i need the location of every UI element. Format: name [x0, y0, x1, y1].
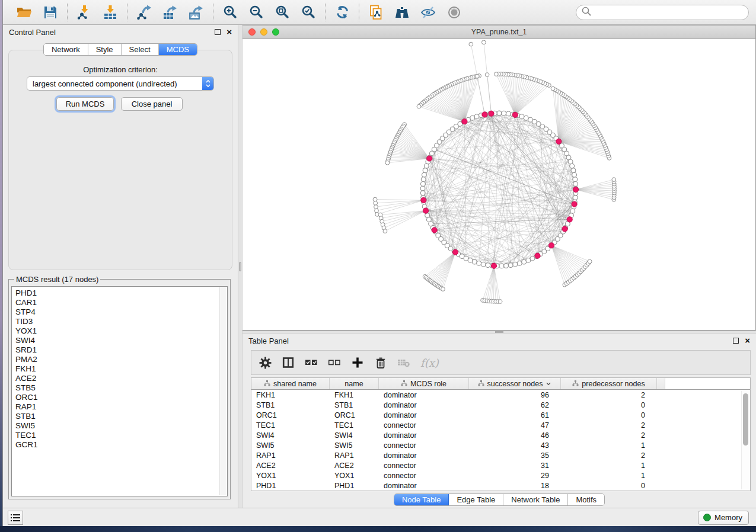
mcds-result-item[interactable]: PHD1 — [15, 289, 227, 298]
tab-style[interactable]: Style — [88, 44, 122, 55]
save-session-icon[interactable] — [42, 4, 59, 21]
zoom-out-icon[interactable] — [248, 4, 264, 21]
dominator-node[interactable] — [491, 263, 496, 268]
mcds-result-item[interactable]: GCR1 — [15, 440, 227, 450]
tab-network-table[interactable]: Network Table — [503, 494, 568, 505]
zoom-in-icon[interactable] — [222, 4, 238, 21]
dominator-node[interactable] — [482, 112, 487, 117]
satellite-node[interactable] — [495, 72, 499, 76]
select-all-rows-icon[interactable] — [305, 356, 318, 369]
dominator-node[interactable] — [427, 156, 432, 161]
ring-node[interactable] — [486, 263, 490, 268]
mcds-result-item[interactable]: STB5 — [15, 383, 227, 393]
column-header-shared-name[interactable]: shared name — [251, 378, 330, 389]
network-graph[interactable] — [243, 39, 755, 329]
add-column-icon[interactable] — [351, 356, 364, 369]
refresh-icon[interactable] — [334, 4, 350, 21]
dominator-node[interactable] — [462, 119, 467, 124]
ring-node[interactable] — [508, 263, 513, 268]
float-panel-icon[interactable] — [733, 338, 739, 344]
criterion-dropdown[interactable]: largest connected component (undirected) — [27, 76, 214, 91]
dominator-node[interactable] — [562, 226, 567, 232]
ring-node[interactable] — [506, 111, 511, 116]
table-row[interactable]: FKH1FKH1dominator962 — [251, 390, 750, 400]
find-binoculars-icon[interactable] — [394, 4, 410, 21]
zoom-selected-icon[interactable] — [300, 4, 317, 21]
ring-node[interactable] — [420, 186, 425, 191]
ring-node[interactable] — [528, 117, 533, 122]
column-header-name[interactable]: name — [330, 378, 379, 389]
ring-node[interactable] — [504, 264, 509, 268]
memory-button[interactable]: Memory — [698, 511, 749, 525]
table-options-gear-icon[interactable] — [259, 356, 272, 369]
table-row[interactable]: ACE2ACE2connector311 — [251, 460, 750, 470]
mcds-result-item[interactable]: CAR1 — [15, 298, 227, 307]
mcds-result-item[interactable]: STP4 — [15, 307, 227, 317]
network-canvas[interactable] — [243, 39, 755, 330]
dominator-node[interactable] — [421, 197, 426, 203]
tab-network[interactable]: Network — [44, 44, 88, 55]
satellite-node[interactable] — [385, 161, 390, 165]
ring-node[interactable] — [522, 259, 527, 264]
ring-node[interactable] — [472, 259, 477, 264]
dominator-node[interactable] — [535, 253, 540, 258]
ring-node[interactable] — [420, 191, 425, 196]
satellite-node[interactable] — [588, 259, 592, 264]
satellite-node[interactable] — [374, 205, 378, 209]
export-image-icon[interactable] — [188, 4, 205, 21]
ring-node[interactable] — [424, 164, 429, 168]
export-network-icon[interactable] — [136, 4, 152, 21]
ring-node[interactable] — [513, 262, 518, 267]
ring-node[interactable] — [477, 261, 481, 266]
mcds-result-item[interactable]: SWI4 — [15, 336, 227, 345]
vertical-splitter[interactable] — [238, 25, 243, 508]
splitter-handle[interactable] — [495, 331, 503, 333]
dominator-node[interactable] — [572, 201, 577, 207]
scrollbar-thumb[interactable] — [743, 393, 748, 446]
satellite-node[interactable] — [374, 201, 378, 206]
tab-node-table[interactable]: Node Table — [394, 494, 449, 505]
ring-node[interactable] — [573, 182, 578, 187]
column-header-mcds-role[interactable]: MCDS role — [379, 378, 469, 389]
table-row[interactable]: PHD1PHD1dominator180 — [251, 480, 750, 491]
close-panel-icon[interactable]: × — [745, 338, 750, 344]
mcds-result-item[interactable]: SWI5 — [15, 421, 227, 431]
satellite-node[interactable] — [482, 40, 486, 44]
table-row[interactable]: YOX1YOX1connector291 — [251, 470, 750, 480]
dominator-node[interactable] — [556, 139, 562, 144]
satellite-node[interactable] — [441, 287, 445, 291]
tab-edge-table[interactable]: Edge Table — [449, 494, 503, 505]
satellite-node[interactable] — [475, 74, 479, 78]
ring-node[interactable] — [502, 111, 506, 116]
open-file-icon[interactable] — [16, 4, 33, 21]
ring-node[interactable] — [423, 168, 428, 173]
mcds-result-item[interactable]: TEC1 — [15, 431, 227, 440]
task-history-button[interactable] — [8, 511, 23, 525]
ring-node[interactable] — [425, 213, 430, 218]
table-row[interactable]: SWI4SWI4dominator462 — [251, 430, 750, 440]
satellite-node[interactable] — [383, 229, 387, 233]
dominator-node[interactable] — [567, 217, 572, 222]
mcds-result-item[interactable]: TID3 — [15, 317, 227, 326]
search-box[interactable] — [576, 5, 749, 20]
ring-node[interactable] — [570, 209, 575, 213]
splitter-handle[interactable] — [239, 262, 241, 271]
ring-node[interactable] — [497, 111, 502, 116]
tab-mcds[interactable]: MCDS — [159, 44, 197, 55]
tab-motifs[interactable]: Motifs — [568, 494, 604, 505]
table-row[interactable]: ORC1ORC1dominator610 — [251, 410, 750, 420]
ring-node[interactable] — [499, 264, 504, 268]
mcds-list-scrollbar[interactable] — [219, 287, 227, 495]
ring-node[interactable] — [421, 177, 426, 182]
ring-node[interactable] — [474, 114, 479, 119]
node-table[interactable]: shared namenameMCDS rolesuccessor nodesp… — [251, 377, 751, 491]
deselect-all-rows-icon[interactable] — [328, 356, 341, 369]
close-panel-button[interactable]: Close panel — [121, 97, 183, 111]
mcds-result-item[interactable]: YOX1 — [15, 326, 227, 336]
column-header-predecessor-nodes[interactable]: predecessor nodes — [561, 378, 657, 389]
ring-node[interactable] — [481, 262, 486, 267]
zoom-fit-icon[interactable] — [274, 4, 291, 21]
ring-node[interactable] — [573, 177, 578, 182]
ring-node[interactable] — [572, 172, 577, 177]
satellite-node[interactable] — [485, 73, 489, 77]
